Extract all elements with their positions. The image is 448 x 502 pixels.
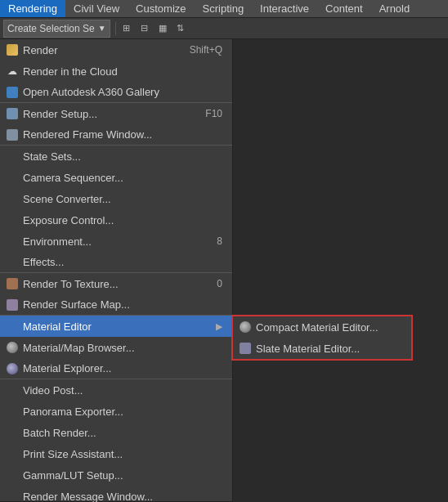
toolbar-icon-4: ⇅: [173, 21, 188, 36]
menu-content[interactable]: Content: [317, 0, 371, 17]
browser-icon: [5, 340, 20, 355]
submenu-item-compact[interactable]: Compact Material Editor...: [233, 316, 411, 338]
menubar: Rendering Civil View Customize Scripting…: [0, 0, 448, 18]
menu-item-render-surface[interactable]: Render Surface Map...: [0, 294, 232, 316]
toolbar-btn-3[interactable]: ▦: [154, 20, 172, 38]
menu-item-scene-converter[interactable]: Scene Converter...: [0, 188, 232, 209]
render-icon: [5, 43, 20, 57]
menu-item-print-size[interactable]: Print Size Assistant...: [0, 443, 232, 464]
submenu-arrow-icon: ▶: [216, 321, 222, 332]
material-editor-submenu: Compact Material Editor... Slate Materia…: [232, 316, 412, 360]
cloud-icon: ☁: [5, 64, 20, 78]
menu-item-material-browser[interactable]: Material/Map Browser...: [0, 337, 232, 358]
menu-item-render-cloud[interactable]: ☁ Render in the Cloud: [0, 61, 232, 82]
toolbar-icon-3: ▦: [155, 21, 170, 36]
toolbar-icon-1: ⊞: [119, 21, 134, 36]
menu-item-render-texture[interactable]: Render To Texture... 0: [0, 273, 232, 294]
menu-item-render-message[interactable]: Render Message Window...: [0, 486, 232, 502]
surface-icon: [5, 298, 20, 312]
menu-interactive[interactable]: Interactive: [252, 0, 317, 17]
create-selection-arrow-icon: ▼: [98, 24, 106, 33]
menu-rendering[interactable]: Rendering: [0, 0, 65, 17]
toolbar-btn-4[interactable]: ⇅: [172, 20, 190, 38]
toolbar: Create Selection Se ▼ ⊞ ⊟ ▦ ⇅: [0, 18, 448, 39]
a360-icon: [5, 85, 20, 100]
menu-item-material-explorer[interactable]: Material Explorer...: [0, 358, 232, 379]
menu-scripting[interactable]: Scripting: [195, 0, 253, 17]
menu-item-effects[interactable]: Effects...: [0, 252, 232, 273]
frame-icon: [5, 128, 20, 142]
texture-icon: [5, 276, 20, 291]
toolbar-icon-2: ⊟: [137, 21, 152, 36]
menu-item-video-post[interactable]: Video Post...: [0, 379, 232, 401]
submenu-item-slate[interactable]: Slate Material Editor...: [233, 338, 411, 359]
menu-item-panorama[interactable]: Panorama Exporter...: [0, 401, 232, 422]
menu-item-render-setup[interactable]: Render Setup... F10: [0, 103, 232, 124]
viewport-area: [233, 39, 448, 502]
menu-item-exposure[interactable]: Exposure Control...: [0, 209, 232, 231]
menu-item-gamma-lut[interactable]: Gamma/LUT Setup...: [0, 464, 232, 486]
toolbar-separator: [115, 22, 116, 35]
menu-item-open-a360[interactable]: Open Autodesk A360 Gallery: [0, 82, 232, 103]
compact-icon: [238, 320, 253, 334]
menu-arnold[interactable]: Arnold: [371, 0, 419, 17]
toolbar-btn-2[interactable]: ⊟: [136, 20, 154, 38]
rendering-menu: Render Shift+Q ☁ Render in the Cloud Ope…: [0, 39, 233, 502]
slate-icon: [238, 341, 253, 356]
explorer-icon: [5, 361, 20, 376]
create-selection-button[interactable]: Create Selection Se ▼: [3, 20, 110, 38]
menu-item-environment[interactable]: Environment... 8: [0, 231, 232, 252]
menu-item-state-sets[interactable]: State Sets...: [0, 146, 232, 167]
main-area: Render Shift+Q ☁ Render in the Cloud Ope…: [0, 39, 448, 502]
menu-item-batch-render[interactable]: Batch Render...: [0, 422, 232, 443]
menu-item-rendered-frame[interactable]: Rendered Frame Window...: [0, 124, 232, 146]
setup-icon: [5, 106, 20, 121]
menu-item-material-editor[interactable]: Material Editor ▶: [0, 316, 232, 337]
menu-item-camera-seq[interactable]: Camera Sequencer...: [0, 167, 232, 188]
menu-item-render[interactable]: Render Shift+Q: [0, 39, 232, 61]
toolbar-btn-1[interactable]: ⊞: [118, 20, 136, 38]
menu-civil-view[interactable]: Civil View: [65, 0, 128, 17]
menu-customize[interactable]: Customize: [128, 0, 194, 17]
